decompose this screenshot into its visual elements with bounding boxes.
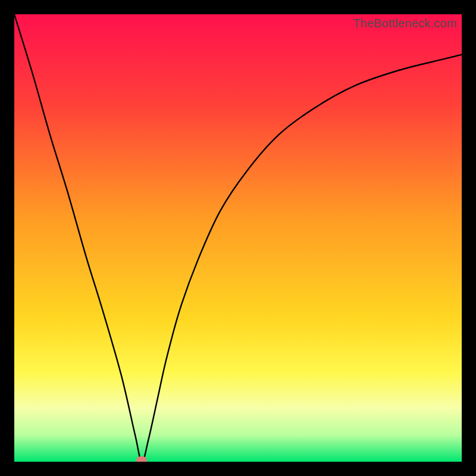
chart-frame: TheBottleneck.com bbox=[0, 0, 476, 476]
plot-area: TheBottleneck.com bbox=[14, 14, 462, 462]
watermark-text: TheBottleneck.com bbox=[353, 17, 457, 30]
chart-canvas bbox=[14, 14, 462, 462]
optimum-marker bbox=[136, 456, 147, 462]
